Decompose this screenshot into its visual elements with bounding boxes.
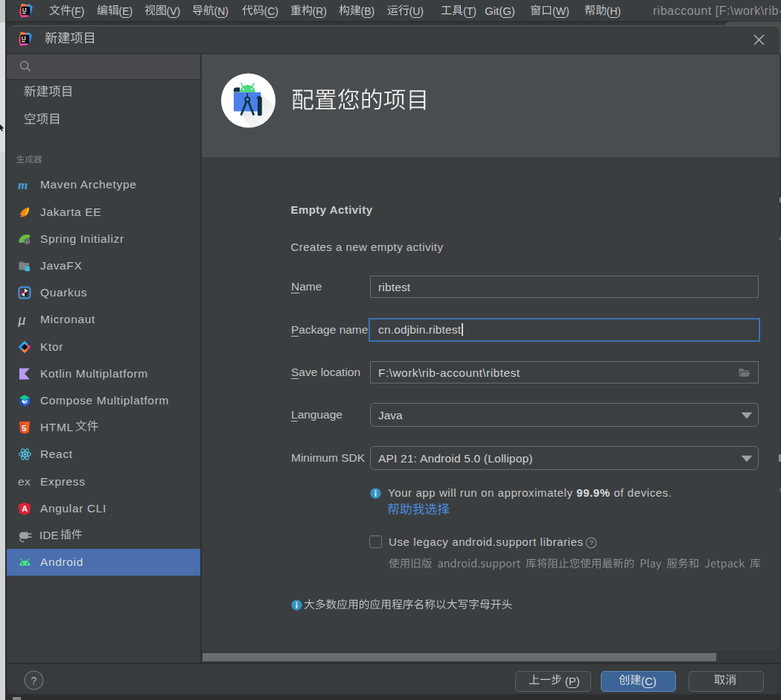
svg-text:μ: μ — [18, 313, 26, 327]
svg-text:IJ: IJ — [22, 36, 26, 41]
svg-text:ex: ex — [18, 475, 31, 488]
svg-text:A: A — [22, 504, 28, 513]
svg-text:?: ? — [589, 538, 593, 547]
svg-text:5: 5 — [22, 424, 27, 433]
svg-text:?: ? — [31, 674, 37, 686]
svg-text:IJ: IJ — [22, 7, 27, 13]
svg-text:m: m — [18, 178, 28, 191]
